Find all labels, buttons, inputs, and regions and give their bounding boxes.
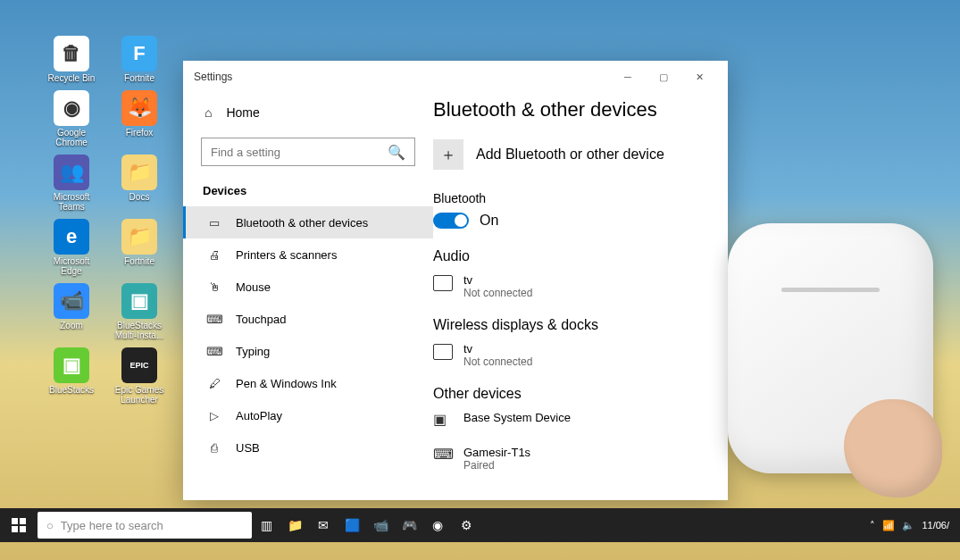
taskbar: ○ Type here to search ▥ 📁 ✉ 🟦 📹 🎮 ◉ ⚙ ˄ … xyxy=(0,508,960,542)
desktop-icon[interactable]: ◉Google Chrome xyxy=(45,90,98,147)
nav-label: Touchpad xyxy=(236,313,286,326)
audio-heading: Audio xyxy=(433,248,719,264)
add-device-label: Add Bluetooth or other device xyxy=(476,146,664,163)
nav-icon: ⌨ xyxy=(207,344,221,358)
app-icon: ◉ xyxy=(54,90,89,126)
icon-label: Zoom xyxy=(60,321,83,330)
tray-chevron-icon[interactable]: ˄ xyxy=(870,520,875,531)
app-icon: ▣ xyxy=(54,347,89,383)
task-view-button[interactable]: ▥ xyxy=(252,508,280,542)
icon-label: Google Chrome xyxy=(45,128,98,147)
add-device-button[interactable]: ＋ Add Bluetooth or other device xyxy=(433,139,719,170)
desktop-icon[interactable]: 📁Fortnite xyxy=(113,219,166,276)
svg-rect-3 xyxy=(20,526,26,532)
taskbar-app-icon[interactable]: 🟦 xyxy=(338,508,366,542)
app-icon: 🗑 xyxy=(54,36,89,71)
icon-label: Microsoft Edge xyxy=(45,256,98,276)
bluetooth-state: On xyxy=(480,213,498,229)
app-icon: F xyxy=(121,36,157,71)
desktop-icon[interactable]: 🗑Recycle Bin xyxy=(45,36,98,83)
app-icon: 📹 xyxy=(54,283,89,319)
nav-icon: ▷ xyxy=(207,408,221,422)
nav-icon: 🖱 xyxy=(207,280,221,294)
desktop-icon[interactable]: eMicrosoft Edge xyxy=(45,219,98,276)
nav-icon: ⎙ xyxy=(207,440,221,455)
nav-item-pen-windows-ink[interactable]: 🖊Pen & Windows Ink xyxy=(183,367,433,399)
taskbar-app-icon[interactable]: ✉ xyxy=(309,508,338,542)
app-icon: 👥 xyxy=(54,155,89,190)
nav-icon: ▭ xyxy=(207,215,221,230)
taskbar-chrome-icon[interactable]: ◉ xyxy=(423,508,452,542)
tray-date[interactable]: 11/06/ xyxy=(922,520,949,531)
nav-label: Mouse xyxy=(236,280,271,294)
audio-device-row[interactable]: tv Not connected xyxy=(433,273,719,299)
taskbar-settings-icon[interactable]: ⚙ xyxy=(452,508,480,542)
monitor-icon xyxy=(433,275,453,291)
device-name: Base System Device xyxy=(463,411,571,424)
icon-label: Fortnite xyxy=(124,73,154,83)
wifi-icon[interactable]: 📶 xyxy=(882,520,895,531)
wireless-heading: Wireless displays & docks xyxy=(433,317,719,333)
nav-icon: 🖨 xyxy=(207,247,221,262)
desktop-icon[interactable]: EPICEpic Games Launcher xyxy=(113,347,166,405)
minimize-button[interactable]: ─ xyxy=(610,64,646,89)
app-icon: e xyxy=(54,219,89,255)
device-icon: ▣ xyxy=(433,411,453,428)
device-status: Not connected xyxy=(463,287,532,299)
device-status: Paired xyxy=(463,459,530,472)
app-icon: 🦊 xyxy=(121,90,157,126)
system-tray[interactable]: ˄ 📶 🔈 11/06/ xyxy=(859,520,960,531)
nav-item-autoplay[interactable]: ▷AutoPlay xyxy=(183,399,433,431)
desktop-icon[interactable]: ▣BlueStacks xyxy=(45,347,98,405)
wireless-device-row[interactable]: tv Not connected xyxy=(433,342,719,368)
nav-item-typing[interactable]: ⌨Typing xyxy=(183,335,433,367)
settings-window: Settings ─ ▢ ✕ ⌂ Home 🔍 Devices ▭Bluetoo… xyxy=(183,61,728,500)
other-device-row[interactable]: ⌨Gamesir-T1sPaired xyxy=(433,446,719,472)
desktop-icon[interactable]: ▣BlueStacks Multi-Insta... xyxy=(113,283,166,340)
window-title: Settings xyxy=(194,71,232,83)
titlebar[interactable]: Settings ─ ▢ ✕ xyxy=(183,61,728,93)
start-button[interactable] xyxy=(0,508,38,542)
home-link[interactable]: ⌂ Home xyxy=(183,98,433,134)
desktop-icon[interactable]: 🦊Firefox xyxy=(113,90,166,147)
taskbar-app-icon[interactable]: 📹 xyxy=(366,508,395,542)
device-status: Not connected xyxy=(463,355,532,368)
other-device-row[interactable]: ▣Base System Device xyxy=(433,411,719,428)
bluetooth-toggle[interactable] xyxy=(433,213,469,229)
nav-label: Typing xyxy=(236,345,270,358)
nav-item-printers-scanners[interactable]: 🖨Printers & scanners xyxy=(183,238,433,271)
other-heading: Other devices xyxy=(433,386,719,402)
home-label: Home xyxy=(226,105,259,120)
nav-label: AutoPlay xyxy=(236,409,282,422)
nav-item-mouse[interactable]: 🖱Mouse xyxy=(183,271,433,303)
monitor-icon xyxy=(433,344,453,360)
taskbar-search[interactable]: ○ Type here to search xyxy=(38,512,252,539)
taskbar-app-icon[interactable]: 📁 xyxy=(280,508,309,542)
device-name: Gamesir-T1s xyxy=(463,446,530,459)
svg-rect-1 xyxy=(20,518,26,524)
close-button[interactable]: ✕ xyxy=(681,64,717,89)
icon-label: BlueStacks xyxy=(49,385,94,395)
search-icon: ○ xyxy=(46,519,54,532)
nav-item-touchpad[interactable]: ⌨Touchpad xyxy=(183,303,433,335)
device-name: tv xyxy=(463,342,532,355)
nav-item-usb[interactable]: ⎙USB xyxy=(183,431,433,464)
settings-search[interactable]: 🔍 xyxy=(201,138,415,166)
desktop-icon[interactable]: 📹Zoom xyxy=(45,283,98,340)
bluetooth-heading: Bluetooth xyxy=(433,191,719,205)
page-title: Bluetooth & other devices xyxy=(433,98,719,121)
nav-label: Bluetooth & other devices xyxy=(236,216,368,230)
desktop-icon[interactable]: 📁Docs xyxy=(113,155,166,212)
maximize-button[interactable]: ▢ xyxy=(646,64,681,89)
icon-label: Microsoft Teams xyxy=(45,192,98,212)
volume-icon[interactable]: 🔈 xyxy=(902,520,914,531)
desktop-icon[interactable]: 👥Microsoft Teams xyxy=(45,155,98,212)
nav-item-bluetooth-other-devices[interactable]: ▭Bluetooth & other devices xyxy=(183,206,433,238)
settings-content: Bluetooth & other devices ＋ Add Bluetoot… xyxy=(433,93,728,500)
search-icon: 🔍 xyxy=(388,144,405,161)
app-icon: ▣ xyxy=(121,283,157,319)
nav-icon: ⌨ xyxy=(207,312,221,326)
taskbar-app-icon[interactable]: 🎮 xyxy=(395,508,423,542)
desktop-icon[interactable]: FFortnite xyxy=(113,36,166,83)
search-input[interactable] xyxy=(211,146,388,159)
